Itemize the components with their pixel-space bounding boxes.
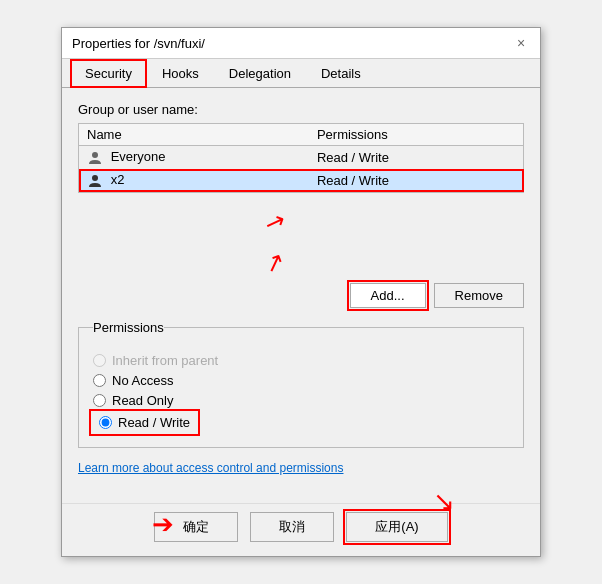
radio-readonly: Read Only — [93, 393, 509, 408]
user-icon — [87, 150, 103, 166]
arrow-down-icon: ↙ — [261, 247, 289, 280]
tab-delegation[interactable]: Delegation — [214, 59, 306, 88]
radio-readwrite-input[interactable] — [99, 416, 112, 429]
link-row: Learn more about access control and perm… — [78, 460, 524, 475]
learn-more-link[interactable]: Learn more about access control and perm… — [78, 461, 343, 475]
cancel-button[interactable]: 取消 — [250, 512, 334, 542]
user-everyone-permissions: Read / Write — [309, 146, 524, 169]
svg-point-1 — [92, 175, 98, 181]
tab-hooks[interactable]: Hooks — [147, 59, 214, 88]
user-x2-permissions: Read / Write — [309, 169, 524, 192]
tab-content: Group or user name: Name Permissions — [62, 88, 540, 502]
tab-bar: Security Hooks Delegation Details — [62, 59, 540, 88]
permissions-group: Permissions Inherit from parent No Acces… — [78, 320, 524, 448]
user-everyone-cell: Everyone — [79, 146, 309, 169]
user-everyone-name: Everyone — [111, 149, 166, 164]
user-x2-cell: x2 — [79, 169, 309, 192]
table-row-selected[interactable]: x2 Read / Write — [79, 169, 524, 192]
tab-security[interactable]: Security — [70, 59, 147, 88]
dialog-footer: ➔ 确定 取消 ↘ 应用(A) — [62, 503, 540, 556]
apply-arrow-icon: ↘ — [433, 486, 455, 517]
tab-details[interactable]: Details — [306, 59, 376, 88]
user-x2-icon — [87, 173, 103, 189]
remove-button[interactable]: Remove — [434, 283, 524, 308]
radio-readonly-label: Read Only — [112, 393, 173, 408]
radio-readwrite: Read / Write — [93, 413, 196, 432]
radio-noaccess-input[interactable] — [93, 374, 106, 387]
properties-dialog: Properties for /svn/fuxi/ × Security Hoo… — [61, 27, 541, 556]
arrow-up-icon: ↗ — [261, 205, 289, 238]
radio-inherit-input[interactable] — [93, 354, 106, 367]
titlebar: Properties for /svn/fuxi/ × — [62, 28, 540, 59]
svg-point-0 — [92, 152, 98, 158]
user-table-wrapper: Name Permissions Everyone Read / — [78, 123, 524, 192]
radio-noaccess-label: No Access — [112, 373, 173, 388]
ok-arrow-icon: ➔ — [152, 509, 174, 540]
radio-readonly-input[interactable] — [93, 394, 106, 407]
close-button[interactable]: × — [512, 34, 530, 52]
table-row[interactable]: Everyone Read / Write — [79, 146, 524, 169]
radio-inherit: Inherit from parent — [93, 353, 509, 368]
add-button[interactable]: Add... — [350, 283, 426, 308]
action-buttons: Add... Remove — [78, 283, 524, 308]
radio-readwrite-label: Read / Write — [118, 415, 190, 430]
col-name-header: Name — [79, 124, 309, 146]
permissions-title: Permissions — [93, 320, 164, 335]
col-permissions-header: Permissions — [309, 124, 524, 146]
user-x2-name: x2 — [111, 172, 125, 187]
radio-noaccess: No Access — [93, 373, 509, 388]
user-table: Name Permissions Everyone Read / — [78, 123, 524, 192]
dialog-title: Properties for /svn/fuxi/ — [72, 36, 205, 51]
group-label: Group or user name: — [78, 102, 524, 117]
radio-inherit-label: Inherit from parent — [112, 353, 218, 368]
arrow-area: ↗ ↙ — [78, 203, 524, 283]
